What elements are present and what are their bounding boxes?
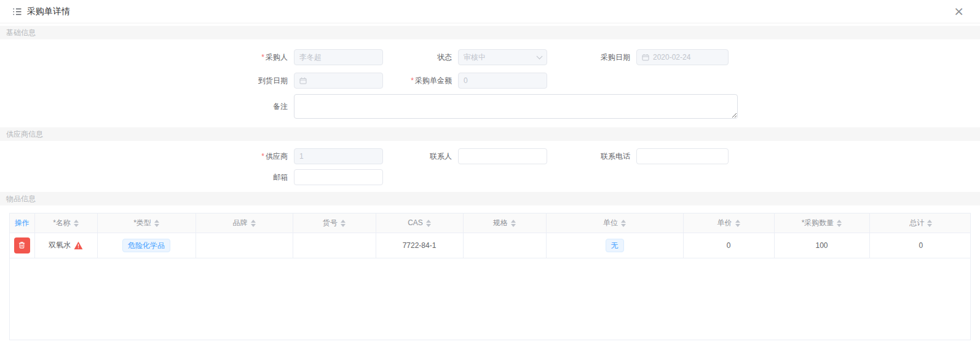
column-header-spec[interactable]: 规格 [463, 213, 546, 233]
amount-label-text: 采购单金额 [415, 76, 452, 85]
field-arrival-date: 到货日期 [231, 73, 383, 89]
cell-total: 0 [869, 233, 971, 258]
purchaser-value: 李冬超 [299, 52, 377, 63]
column-header-action: 操作 [10, 213, 34, 233]
item-name: 双氧水 [49, 240, 71, 250]
email-label: 邮箱 [231, 169, 294, 185]
column-header-brand[interactable]: 品牌 [196, 213, 293, 233]
field-amount: *采购单金额 0 [383, 73, 547, 89]
type-tag: 危险化学品 [122, 239, 170, 252]
cell-action [10, 233, 34, 258]
amount-input: 0 [458, 73, 547, 89]
column-label: 单价 [717, 218, 732, 227]
warning-icon [74, 241, 83, 250]
sort-caret-icon[interactable] [341, 220, 346, 227]
cell-quantity: 100 [774, 233, 869, 258]
column-label: *采购数量 [802, 218, 834, 227]
field-status: 状态 审核中 [383, 49, 547, 65]
field-email: 邮箱 [231, 169, 383, 185]
supplier-value: 1 [299, 152, 377, 161]
supplier-label-text: 供应商 [266, 152, 288, 161]
list-icon [12, 7, 22, 17]
column-header-total[interactable]: 总计 [869, 213, 971, 233]
sort-caret-icon[interactable] [511, 220, 516, 227]
column-label: 货号 [323, 218, 338, 227]
column-header-name[interactable]: *名称 [34, 213, 97, 233]
field-phone: 联系电话 [547, 148, 729, 164]
required-mark: * [411, 76, 414, 85]
cell-unit: 无 [546, 233, 683, 258]
column-header-type[interactable]: *类型 [97, 213, 196, 233]
arrival-date-label: 到货日期 [231, 73, 294, 89]
column-header-unit[interactable]: 单位 [546, 213, 683, 233]
sort-caret-icon[interactable] [154, 220, 159, 227]
phone-input[interactable] [636, 148, 729, 164]
trash-icon [18, 241, 26, 249]
amount-value: 0 [464, 76, 542, 85]
phone-label: 联系电话 [547, 148, 636, 164]
column-label: 品牌 [233, 218, 248, 227]
required-mark: * [261, 152, 264, 161]
calendar-icon [299, 77, 307, 84]
email-input[interactable] [294, 169, 383, 185]
cell-cas: 7722-84-1 [376, 233, 463, 258]
purchaser-input: 李冬超 [294, 49, 383, 65]
column-label: 单位 [603, 218, 618, 227]
section-supplier-info: 供应商信息 [0, 127, 980, 141]
amount-label: *采购单金额 [383, 73, 458, 89]
cell-brand [196, 233, 293, 258]
cell-name: 双氧水 [34, 233, 97, 258]
close-icon[interactable]: × [954, 5, 964, 17]
remark-textarea[interactable] [294, 94, 738, 119]
basic-form-row-1: *采购人 李冬超 状态 审核中 采购日期 2020-02-24 [0, 49, 980, 65]
dialog-header: 采购单详情 × [0, 0, 980, 23]
field-purchase-date: 采购日期 2020-02-24 [547, 49, 729, 65]
supplier-form-row-2: 邮箱 [0, 169, 980, 185]
sort-caret-icon[interactable] [251, 220, 256, 227]
chevron-down-icon [537, 53, 543, 59]
arrival-date-input [294, 73, 383, 89]
contact-label: 联系人 [383, 148, 458, 164]
column-label: CAS [408, 218, 423, 227]
cell-item-no [293, 233, 376, 258]
cell-type: 危险化学品 [97, 233, 196, 258]
purchaser-label-text: 采购人 [266, 53, 288, 62]
sort-caret-icon[interactable] [426, 220, 431, 227]
column-label: 规格 [493, 218, 508, 227]
purchase-date-value: 2020-02-24 [653, 53, 723, 62]
purchase-date-label: 采购日期 [547, 49, 636, 65]
column-header-unit-price[interactable]: 单价 [683, 213, 774, 233]
basic-form-row-3: 备注 [0, 94, 980, 119]
table-row: 双氧水 危险化学品 7722-84-1 无 0 100 0 [10, 233, 971, 258]
remark-label: 备注 [231, 98, 294, 114]
contact-input[interactable] [458, 148, 547, 164]
section-items-info: 物品信息 [0, 192, 980, 205]
status-select: 审核中 [458, 49, 547, 65]
cell-unit-price: 0 [683, 233, 774, 258]
column-header-cas[interactable]: CAS [376, 213, 463, 233]
basic-form-row-2: 到货日期 *采购单金额 0 [0, 73, 980, 89]
page-title: 采购单详情 [27, 6, 70, 17]
sort-caret-icon[interactable] [74, 220, 79, 227]
supplier-form-row-1: *供应商 1 联系人 联系电话 [0, 148, 980, 164]
purchase-date-input: 2020-02-24 [636, 49, 729, 65]
sort-caret-icon[interactable] [735, 220, 740, 227]
section-basic-info: 基础信息 [0, 26, 980, 39]
status-label: 状态 [383, 49, 458, 65]
sort-caret-icon[interactable] [837, 220, 842, 227]
sort-caret-icon[interactable] [927, 220, 932, 227]
field-purchaser: *采购人 李冬超 [231, 49, 383, 65]
column-header-quantity[interactable]: *采购数量 [774, 213, 869, 233]
required-mark: * [261, 53, 264, 62]
delete-button[interactable] [14, 237, 30, 253]
supplier-input: 1 [294, 148, 383, 164]
column-label: *名称 [53, 218, 71, 227]
status-value: 审核中 [464, 52, 537, 63]
column-label: *类型 [133, 218, 151, 227]
field-contact: 联系人 [383, 148, 547, 164]
field-remark: 备注 [231, 94, 738, 119]
sort-caret-icon[interactable] [621, 220, 626, 227]
table-header-row: 操作 *名称 *类型 品牌 货号 CAS 规格 单位 单价 *采购数量 总计 [10, 213, 971, 233]
cell-spec [463, 233, 546, 258]
column-header-item-no[interactable]: 货号 [293, 213, 376, 233]
